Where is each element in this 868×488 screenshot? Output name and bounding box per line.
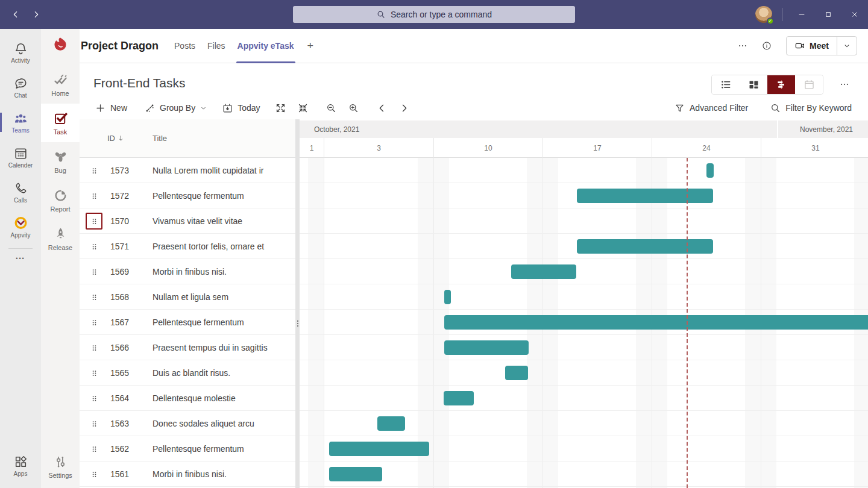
drag-handle[interactable]: [86, 415, 102, 432]
channel-info-button[interactable]: [757, 36, 776, 55]
table-row[interactable]: 1561Morbi in finibus nisi.: [80, 461, 295, 487]
sidebar-item-home[interactable]: Home: [41, 65, 80, 104]
avatar[interactable]: ✓: [755, 6, 772, 23]
gantt-bar[interactable]: [577, 239, 713, 254]
gantt-bar[interactable]: [329, 467, 382, 481]
sidebar-item-bug[interactable]: Bug: [41, 142, 80, 181]
rail-item-activity[interactable]: Activity: [0, 35, 41, 70]
table-row[interactable]: 1571Praesent tortor felis, ornare et: [80, 234, 295, 259]
table-row[interactable]: 1566Praesent tempus dui in sagittis: [80, 335, 295, 360]
rail-item-chat[interactable]: Chat: [0, 70, 41, 105]
gantt-row[interactable]: [300, 411, 868, 436]
drag-handle[interactable]: [86, 314, 102, 331]
minimize-button[interactable]: [788, 0, 815, 29]
sidebar-item-release[interactable]: Release: [41, 219, 80, 258]
pane-splitter[interactable]: [295, 119, 300, 488]
rail-item-appvity[interactable]: Appvity: [0, 210, 41, 245]
meet-options-button[interactable]: [837, 37, 857, 55]
drag-handle[interactable]: [86, 364, 102, 381]
table-row[interactable]: 1570Vivamus vitae velit vitae: [80, 208, 295, 234]
table-row[interactable]: 1565Duis ac blandit risus.: [80, 360, 295, 386]
sidebar-item-report[interactable]: Report: [41, 181, 80, 219]
scroll-left-button[interactable]: [375, 100, 389, 116]
rail-more-button[interactable]: •••: [0, 252, 41, 264]
rail-item-apps[interactable]: Apps: [0, 448, 41, 483]
new-task-button[interactable]: New: [93, 100, 128, 116]
drag-handle[interactable]: [86, 238, 102, 255]
gantt-view-button[interactable]: [767, 75, 795, 94]
gantt-row[interactable]: [300, 234, 868, 259]
gantt-bar[interactable]: [444, 315, 868, 330]
gantt-row[interactable]: [300, 208, 868, 234]
tab-posts[interactable]: Posts: [168, 29, 201, 63]
filter-by-keyword-button[interactable]: Filter By Keyword: [769, 100, 853, 116]
gantt-bar[interactable]: [444, 340, 529, 355]
channel-more-button[interactable]: [733, 36, 752, 55]
tab-appvity-etask[interactable]: Appvity eTask: [231, 29, 300, 63]
rail-item-calender[interactable]: Calender: [0, 140, 41, 175]
calendar-view-button[interactable]: [795, 75, 823, 94]
board-view-button[interactable]: [740, 75, 767, 94]
zoom-in-button[interactable]: [347, 100, 360, 116]
sidebar-item-settings[interactable]: Settings: [41, 447, 80, 486]
gantt-row[interactable]: [300, 310, 868, 335]
group-by-button[interactable]: Group By: [143, 100, 209, 116]
page-more-button[interactable]: [837, 79, 852, 91]
column-header-id[interactable]: ID: [107, 134, 125, 143]
scroll-right-button[interactable]: [397, 100, 411, 116]
drag-handle[interactable]: [86, 440, 102, 457]
drag-handle[interactable]: [86, 263, 102, 280]
gantt-bar[interactable]: [377, 416, 405, 431]
command-search-input[interactable]: Search or type a command: [293, 6, 575, 23]
drag-handle[interactable]: [86, 162, 102, 179]
zoom-out-button[interactable]: [324, 100, 338, 116]
expand-all-button[interactable]: [274, 100, 288, 116]
gantt-row[interactable]: [300, 360, 868, 386]
gantt-bar[interactable]: [444, 290, 451, 304]
table-row[interactable]: 1562Pellentesque fermentum: [80, 436, 295, 461]
list-view-button[interactable]: [712, 75, 740, 94]
gantt-bar[interactable]: [444, 391, 474, 405]
meet-button[interactable]: Meet: [787, 37, 837, 55]
add-tab-button[interactable]: +: [300, 40, 321, 52]
table-row[interactable]: 1564Dellentesque molestie: [80, 386, 295, 411]
drag-handle[interactable]: [86, 339, 102, 356]
table-row[interactable]: 1572Pellentesque fermentum: [80, 183, 295, 208]
drag-handle[interactable]: [86, 213, 102, 230]
drag-handle[interactable]: [86, 289, 102, 305]
collapse-all-button[interactable]: [296, 100, 310, 116]
gantt-row[interactable]: [300, 183, 868, 208]
rail-item-calls[interactable]: Calls: [0, 175, 41, 210]
history-back-button[interactable]: [7, 6, 24, 23]
table-row[interactable]: 1569Morbi in finibus nisi.: [80, 259, 295, 284]
table-row[interactable]: 1573Nulla Lorem mollit cupidatat ir: [80, 158, 295, 183]
table-row[interactable]: 1563Donec sodales aliquet arcu: [80, 411, 295, 436]
gantt-bar[interactable]: [706, 163, 714, 178]
gantt-bar[interactable]: [505, 366, 528, 380]
tab-files[interactable]: Files: [201, 29, 231, 63]
gantt-row[interactable]: [300, 284, 868, 310]
sidebar-item-task[interactable]: Task: [41, 104, 80, 142]
rail-item-teams[interactable]: Teams: [0, 105, 41, 140]
gantt-row[interactable]: [300, 335, 868, 360]
table-row[interactable]: 1567Pellentesque fermentum: [80, 310, 295, 335]
gantt-row[interactable]: [300, 436, 868, 461]
today-button[interactable]: Today: [221, 100, 261, 116]
gantt-row[interactable]: [300, 386, 868, 411]
table-row[interactable]: 1568Nullam et ligula sem: [80, 284, 295, 310]
gantt-bar[interactable]: [577, 189, 713, 203]
drag-handle[interactable]: [86, 466, 102, 483]
drag-handle[interactable]: [86, 187, 102, 204]
advanced-filter-button[interactable]: Advanced Filter: [673, 100, 749, 116]
maximize-button[interactable]: [815, 0, 841, 29]
drag-handle-icon: [90, 293, 99, 302]
gantt-bar[interactable]: [329, 442, 429, 456]
drag-handle[interactable]: [86, 390, 102, 407]
column-header-title[interactable]: Title: [153, 134, 167, 143]
gantt-row[interactable]: [300, 259, 868, 284]
close-button[interactable]: [841, 0, 868, 29]
gantt-row[interactable]: [300, 461, 868, 487]
history-forward-button[interactable]: [28, 6, 45, 23]
gantt-bar[interactable]: [511, 264, 576, 279]
gantt-row[interactable]: [300, 158, 868, 183]
